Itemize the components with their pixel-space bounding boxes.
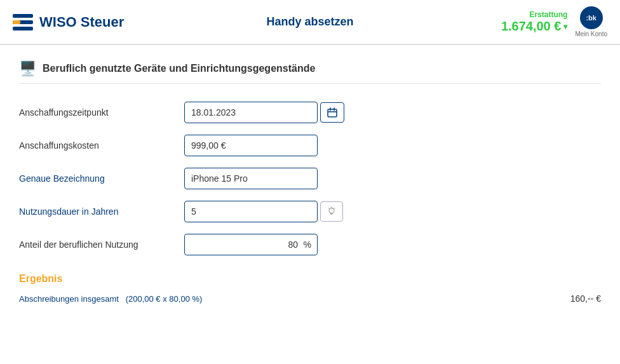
nutzungsdauer-label: Nutzungsdauer in Jahren [19,206,184,217]
chevron-down-icon[interactable]: ▾ [563,22,567,31]
anschaffungskosten-input-group [184,135,318,156]
main-content: 🖥️ Beruflich genutzte Geräte und Einrich… [0,45,620,319]
calendar-button[interactable] [320,102,344,123]
anschaffungskosten-input[interactable] [184,135,318,156]
calendar-icon [327,107,337,118]
bezeichnung-input-group [184,168,318,189]
app-header: WISO Steuer Handy absetzen Erstattung 1.… [0,0,620,45]
mein-konto-label: Mein Konto [575,30,607,37]
anschaffungszeitpunkt-row: Anschaffungszeitpunkt [19,102,601,123]
ergebnis-title: Ergebnis [19,273,601,285]
nutzungsanteil-row: Anteil der beruflichen Nutzung % [19,234,601,255]
anschaffungszeitpunkt-label: Anschaffungszeitpunkt [19,107,184,118]
header-right: Erstattung 1.674,00 € ▾ :bk Mein Konto [480,6,607,37]
ergebnis-row: Abschreibungen insgesamt (200,00 € x 80,… [19,293,601,304]
erstattung-block: Erstattung 1.674,00 € ▾ [501,10,568,34]
svg-point-4 [329,208,334,213]
logo-bar-mid [13,20,33,24]
anschaffungszeitpunkt-input[interactable] [184,102,318,123]
nutzungsanteil-wrapper: % [184,234,318,255]
ergebnis-row-label: Abschreibungen insgesamt [19,294,119,304]
devices-icon: 🖥️ [19,60,36,77]
ergebnis-value: 160,-- € [570,293,601,304]
anschaffungszeitpunkt-input-group [184,102,344,123]
logo-area: WISO Steuer [13,14,140,30]
nutzungsdauer-row: Nutzungsdauer in Jahren [19,201,601,222]
logo-bar-bot [13,27,33,30]
lightbulb-icon [327,206,337,217]
svg-line-7 [334,208,335,209]
mein-konto-avatar: :bk [580,6,603,29]
svg-rect-0 [328,109,337,117]
anschaffungskosten-label: Anschaffungskosten [19,140,184,151]
bezeichnung-label: Genaue Bezeichnung [19,173,184,184]
logo-bar-top [13,14,33,18]
ergebnis-row-detail: (200,00 € x 80,00 %) [126,294,203,304]
ergebnis-section: Ergebnis Abschreibungen insgesamt (200,0… [19,273,601,304]
page-title: Handy absetzen [140,15,480,29]
nutzungsanteil-label: Anteil der beruflichen Nutzung [19,239,184,250]
nutzungsdauer-input-group [184,201,343,222]
logo-text: WISO Steuer [39,14,124,30]
nutzungsanteil-input-group: % [184,234,318,255]
bezeichnung-row: Genaue Bezeichnung [19,168,601,189]
erstattung-value: 1.674,00 € [501,19,562,34]
logo-icon [13,14,33,30]
hint-button[interactable] [320,201,343,222]
mein-konto-button[interactable]: :bk Mein Konto [575,6,607,37]
svg-line-8 [329,208,330,209]
section-title: Beruflich genutzte Geräte und Einrichtun… [43,63,315,74]
section-header: 🖥️ Beruflich genutzte Geräte und Einrich… [19,60,601,84]
nutzungsanteil-input[interactable] [184,234,318,255]
nutzungsdauer-input[interactable] [184,201,318,222]
bezeichnung-input[interactable] [184,168,318,189]
erstattung-amount[interactable]: 1.674,00 € ▾ [501,19,568,34]
ergebnis-label: Abschreibungen insgesamt (200,00 € x 80,… [19,294,202,304]
anschaffungskosten-row: Anschaffungskosten [19,135,601,156]
erstattung-label: Erstattung [501,10,568,19]
